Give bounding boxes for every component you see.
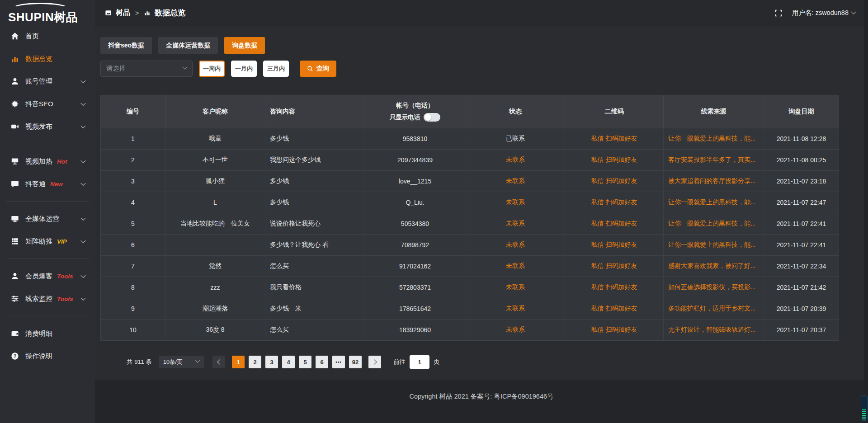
table-row: 6 多少钱？让我死心 看 70898792 未联系 私信 扫码加好友 让你一眼就… bbox=[101, 234, 839, 255]
cell-qrcode-links[interactable]: 私信 扫码加好友 bbox=[565, 150, 664, 170]
cell-nickname: 哦章 bbox=[165, 128, 265, 149]
question-circle-icon: ? bbox=[11, 352, 19, 360]
sidebar-item-video-publish[interactable]: 视频发布 bbox=[0, 115, 95, 138]
cell-date: 2021-11-08 00:25 bbox=[764, 150, 839, 170]
table-row: 9 潮起潮落 多少钱一米 178651642 未联系 私信 扫码加好友 多功能护… bbox=[101, 298, 839, 319]
phone-only-toggle[interactable] bbox=[424, 113, 440, 122]
user-icon bbox=[11, 77, 19, 85]
fullscreen-icon[interactable] bbox=[775, 9, 782, 17]
chat-bubble-icon bbox=[11, 180, 19, 188]
cell-nickname bbox=[165, 235, 265, 255]
goto-page-input[interactable] bbox=[410, 355, 429, 369]
sidebar-item-lead-monitor[interactable]: 线索监控 Tools bbox=[0, 287, 95, 310]
cell-inquiry: 我想问这个多少钱 bbox=[265, 150, 364, 170]
period-month-button[interactable]: 一月内 bbox=[231, 61, 257, 77]
tab-omnimedia-data[interactable]: 全媒体运营数据 bbox=[158, 37, 218, 54]
svg-text:?: ? bbox=[14, 353, 17, 359]
cell-qrcode-links[interactable]: 私信 扫码加好友 bbox=[565, 235, 664, 255]
cell-status: 未联系 bbox=[466, 256, 565, 277]
breadcrumb-root[interactable]: 树品 bbox=[116, 8, 130, 18]
cell-qrcode-links[interactable]: 私信 扫码加好友 bbox=[565, 320, 664, 340]
cell-qrcode-links[interactable]: 私信 扫码加好友 bbox=[565, 192, 664, 213]
page-button-2[interactable]: 2 bbox=[249, 356, 261, 368]
page-button-3[interactable]: 3 bbox=[265, 356, 278, 368]
sidebar-item-douyin-seo[interactable]: 抖音SEO bbox=[0, 93, 95, 115]
sidebar-item-spend-detail[interactable]: 消费明细 bbox=[0, 322, 95, 345]
corner-extension-widget[interactable] bbox=[861, 395, 868, 421]
page-button-4[interactable]: 4 bbox=[282, 356, 295, 368]
cell-lead-source-link[interactable]: 让你一眼就爱上的黑科技，能... bbox=[664, 213, 764, 234]
cell-date: 2021-11-08 12:28 bbox=[764, 128, 839, 149]
sidebar-item-label: 矩阵助推 bbox=[25, 237, 52, 246]
cell-inquiry: 多少钱？让我死心 看 bbox=[265, 235, 364, 255]
cell-qrcode-links[interactable]: 私信 扫码加好友 bbox=[565, 213, 664, 234]
sidebar-item-video-heat[interactable]: 视频加热 Hot bbox=[0, 150, 95, 173]
col-header-account-title: 帐号（电话） bbox=[396, 102, 434, 110]
bar-chart-icon bbox=[11, 55, 19, 63]
cell-lead-source-link[interactable]: 让你一眼就爱上的黑科技，能... bbox=[664, 192, 764, 213]
cell-nickname: 觉然 bbox=[165, 256, 265, 277]
grid-icon bbox=[11, 237, 19, 245]
cell-qrcode-links[interactable]: 私信 扫码加好友 bbox=[565, 171, 664, 192]
sidebar-item-member-burst[interactable]: 会员爆客 Tools bbox=[0, 265, 95, 287]
cell-lead-source-link[interactable]: 被大家追着问的客厅投影分享... bbox=[664, 171, 764, 192]
cell-lead-source-link[interactable]: 让你一眼就爱上的黑科技，能... bbox=[664, 128, 764, 149]
sidebar-item-data-overview[interactable]: 数据总览 bbox=[0, 47, 95, 70]
logo-brand-cn: 树品 bbox=[54, 10, 78, 24]
period-week-button[interactable]: 一周内 bbox=[199, 61, 225, 77]
cell-lead-source-link[interactable]: 让你一眼就爱上的黑科技，能... bbox=[664, 235, 764, 255]
page-button-6[interactable]: 6 bbox=[316, 356, 328, 368]
cell-status: 未联系 bbox=[466, 192, 565, 213]
col-header-inquiry: 咨询内容 bbox=[265, 95, 364, 128]
page-size-value: 10条/页 bbox=[163, 358, 182, 366]
cell-nickname: zzz bbox=[165, 277, 265, 298]
cell-lead-source-link[interactable]: 多功能护栏灯，适用于乡村文... bbox=[664, 298, 764, 319]
chevron-down-icon bbox=[80, 238, 85, 243]
phone-only-label: 只显示电话 bbox=[390, 113, 420, 122]
cell-nickname: 潮起潮落 bbox=[165, 298, 265, 319]
prev-page-button[interactable] bbox=[212, 356, 225, 368]
page-size-select[interactable]: 10条/页 bbox=[159, 356, 204, 368]
cell-lead-source-link[interactable]: 无主灯设计，智能磁吸轨道灯... bbox=[664, 320, 764, 340]
cell-qrcode-links[interactable]: 私信 扫码加好友 bbox=[565, 128, 664, 149]
cell-lead-source-link[interactable]: 如何正确选择投影仪，买投影... bbox=[664, 277, 764, 298]
user-menu[interactable]: 用户名: zswodun88 bbox=[792, 9, 855, 17]
sidebar-item-douketong[interactable]: 抖客通 New bbox=[0, 173, 95, 195]
sidebar-item-home[interactable]: 首页 bbox=[0, 25, 95, 47]
chevron-down-icon bbox=[182, 64, 187, 69]
period-quarter-button[interactable]: 三月内 bbox=[263, 61, 289, 77]
cell-id: 8 bbox=[101, 277, 165, 298]
page-button-92[interactable]: 92 bbox=[349, 356, 362, 368]
cell-lead-source-link[interactable]: 感谢大家喜欢我家，被问了好... bbox=[664, 256, 764, 277]
col-header-lead-source: 线索来源 bbox=[664, 95, 764, 128]
page-button-5[interactable]: 5 bbox=[299, 356, 311, 368]
page-button-1[interactable]: 1 bbox=[232, 356, 245, 368]
tab-inquiry-data[interactable]: 询盘数据 bbox=[224, 37, 265, 54]
logo-brand-en: SHUPIN bbox=[8, 10, 54, 24]
sidebar-item-label: 消费明细 bbox=[25, 329, 52, 338]
sidebar-divider bbox=[6, 144, 89, 144]
sidebar-item-account-mgmt[interactable]: 账号管理 bbox=[0, 70, 95, 93]
chevron-left-icon bbox=[217, 359, 222, 364]
sidebar-divider bbox=[6, 201, 89, 202]
tab-douyin-seo-data[interactable]: 抖音seo数据 bbox=[100, 37, 152, 54]
cell-lead-source-link[interactable]: 客厅安装投影半年多了，真实... bbox=[664, 150, 764, 170]
account-select[interactable]: 请选择 bbox=[100, 61, 193, 77]
cell-id: 6 bbox=[101, 235, 165, 255]
cell-qrcode-links[interactable]: 私信 扫码加好友 bbox=[565, 298, 664, 319]
page-ellipsis-button[interactable]: ••• bbox=[332, 356, 345, 368]
chevron-down-icon bbox=[80, 296, 85, 301]
sidebar-item-omnimedia[interactable]: 全媒体运营 bbox=[0, 207, 95, 230]
next-page-button[interactable] bbox=[368, 356, 381, 368]
cell-date: 2021-11-07 22:34 bbox=[764, 256, 839, 277]
search-button[interactable]: 查询 bbox=[300, 61, 336, 77]
sidebar-item-label: 线索监控 bbox=[25, 295, 52, 303]
scrollbar-track[interactable] bbox=[864, 0, 868, 423]
sidebar-item-help[interactable]: ? 操作说明 bbox=[0, 345, 95, 367]
sidebar-item-matrix-boost[interactable]: 矩阵助推 VIP bbox=[0, 230, 95, 253]
cell-qrcode-links[interactable]: 私信 扫码加好友 bbox=[565, 277, 664, 298]
chevron-down-icon bbox=[80, 216, 85, 221]
cell-qrcode-links[interactable]: 私信 扫码加好友 bbox=[565, 256, 664, 277]
table-row: 1 哦章 多少钱 9583810 已联系 私信 扫码加好友 让你一眼就爱上的黑科… bbox=[101, 128, 839, 149]
sidebar-item-label: 视频加热 bbox=[25, 157, 52, 166]
